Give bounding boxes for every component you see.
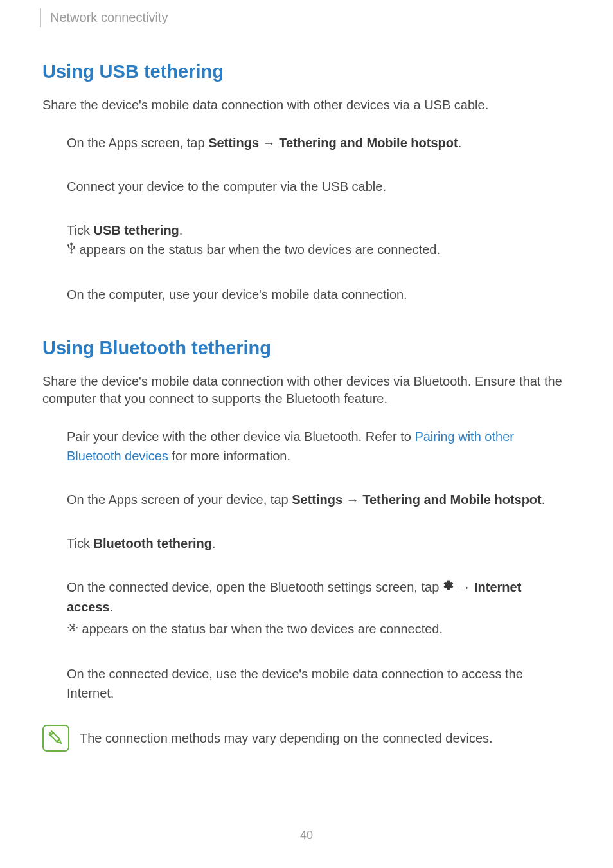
page-number: 40	[0, 829, 613, 842]
breadcrumb: Network connectivity	[50, 10, 168, 25]
bold-tethering-hotspot: Tethering and Mobile hotspot	[362, 493, 542, 507]
bold-tethering-hotspot: Tethering and Mobile hotspot	[279, 136, 458, 150]
usb-fork-icon	[67, 240, 76, 259]
svg-rect-7	[49, 732, 53, 736]
arrow-icon: →	[342, 493, 362, 507]
bold-settings: Settings	[292, 493, 342, 507]
note-callout: The connection methods may vary dependin…	[42, 725, 571, 752]
step-bt-5: On the connected device, use the device'…	[67, 664, 571, 703]
header-divider	[40, 8, 41, 27]
text: .	[212, 536, 216, 550]
bluetooth-tether-icon	[67, 619, 78, 638]
arrow-icon: →	[259, 136, 279, 150]
gear-icon	[443, 577, 454, 596]
note-icon-box	[42, 725, 69, 752]
text: .	[110, 600, 114, 614]
page-header: Network connectivity	[40, 0, 168, 35]
text: On the connected device, open the Blueto…	[67, 580, 443, 594]
intro-bluetooth: Share the device's mobile data connectio…	[42, 373, 571, 408]
section-heading-usb: Using USB tethering	[42, 61, 571, 82]
text: Tick	[67, 536, 93, 550]
step-usb-3: Tick USB tethering.	[67, 221, 571, 260]
step-bt-3: Tick Bluetooth tethering.	[67, 534, 571, 553]
text: appears on the status bar when the two d…	[78, 622, 443, 636]
text: Tick	[67, 223, 93, 237]
step-usb-1: On the Apps screen, tap Settings → Tethe…	[67, 133, 571, 152]
text: .	[458, 136, 462, 150]
step-bt-2: On the Apps screen of your device, tap S…	[67, 490, 571, 509]
bold-bluetooth-tethering: Bluetooth tethering	[93, 536, 211, 550]
text: appears on the status bar when the two d…	[76, 242, 440, 257]
step-usb-2: Connect your device to the computer via …	[67, 177, 571, 196]
bold-usb-tethering: USB tethering	[93, 223, 179, 237]
svg-rect-3	[73, 246, 75, 248]
step-bt-1: Pair your device with the other device v…	[67, 427, 571, 466]
note-pencil-icon	[46, 728, 66, 748]
svg-point-4	[67, 627, 69, 628]
text: On the Apps screen of your device, tap	[67, 493, 292, 507]
steps-usb: On the Apps screen, tap Settings → Tethe…	[67, 133, 571, 304]
section-heading-bluetooth: Using Bluetooth tethering	[42, 338, 571, 359]
arrow-icon: →	[454, 580, 474, 594]
step-usb-4: On the computer, use your device's mobil…	[67, 285, 571, 304]
text: for more information.	[168, 449, 290, 463]
text: On the Apps screen, tap	[67, 136, 208, 150]
note-text: The connection methods may vary dependin…	[80, 728, 493, 748]
text: Pair your device with the other device v…	[67, 429, 414, 444]
step-bt-4: On the connected device, open the Blueto…	[67, 577, 571, 640]
steps-bluetooth: Pair your device with the other device v…	[67, 427, 571, 703]
svg-point-2	[67, 244, 69, 246]
intro-usb: Share the device's mobile data connectio…	[42, 96, 571, 114]
text: .	[542, 493, 546, 507]
bold-settings: Settings	[208, 136, 259, 150]
text: .	[179, 223, 183, 237]
svg-point-5	[76, 627, 78, 628]
